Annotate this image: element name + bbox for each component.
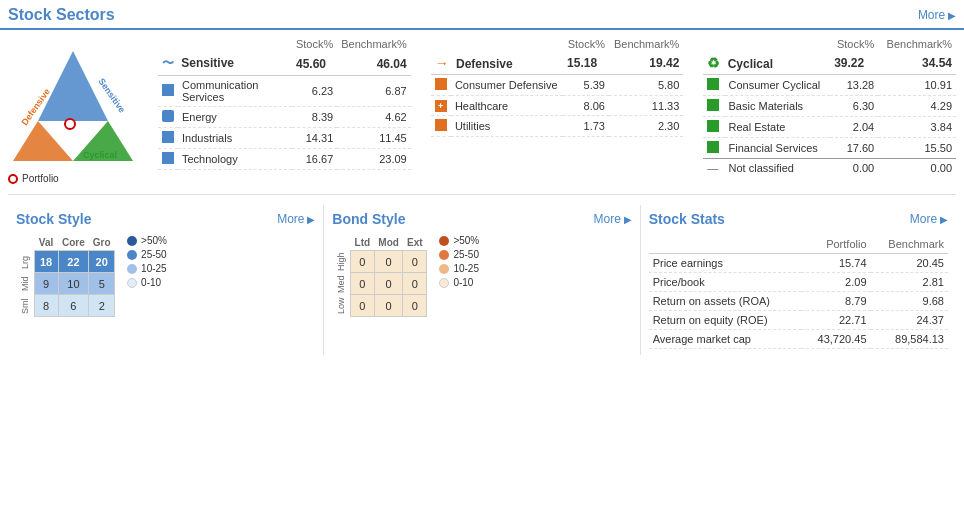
- utilities-icon: [435, 119, 447, 131]
- consumer-def-icon: [435, 78, 447, 90]
- portfolio-dot-icon: [8, 174, 18, 184]
- financial-stock: 17.60: [830, 138, 878, 159]
- legend-label-gt50: >50%: [141, 235, 167, 246]
- style-cell-mid-val: 9: [34, 273, 58, 295]
- bond-style-grid: Ltd Mod Ext High 0 0 0: [332, 235, 427, 317]
- bond-style-more-link[interactable]: More: [594, 212, 632, 226]
- bond-style-title: Bond Style: [332, 211, 405, 227]
- legend-item: 10-25: [439, 263, 479, 274]
- not-classified-stock: 0.00: [830, 159, 878, 178]
- style-col-val: Val: [34, 235, 58, 251]
- pb-benchmark: 2.81: [871, 273, 948, 292]
- bond-legend-dot-light: [439, 264, 449, 274]
- sectors-more-link[interactable]: More: [918, 8, 956, 22]
- comm-stock: 6.23: [292, 76, 337, 107]
- roe-benchmark: 24.37: [871, 311, 948, 330]
- cyclical-header-row: ♻ Cyclical 39.22 34.54: [703, 52, 956, 75]
- table-row: Return on equity (ROE) 22.71 24.37: [649, 311, 948, 330]
- table-row: Lrg 18 22 20: [16, 251, 115, 273]
- bond-cell-m-m: 0: [374, 273, 403, 295]
- table-row: High 0 0 0: [332, 251, 427, 273]
- pb-label: Price/book: [649, 273, 802, 292]
- bond-row-med: Med: [332, 273, 350, 295]
- stock-style-more-link[interactable]: More: [277, 212, 315, 226]
- stats-label-header: [649, 235, 802, 254]
- cyclical-label: Cyclical: [728, 57, 773, 71]
- style-row-sml: Sml: [16, 295, 34, 317]
- defensive-label: Defensive: [456, 57, 513, 71]
- page-header: Stock Sectors More: [0, 0, 964, 30]
- financial-icon: [707, 141, 719, 153]
- not-classified-benchmark: 0.00: [878, 159, 956, 178]
- bond-legend-dot-vlight: [439, 278, 449, 288]
- style-cell-sml-core: 6: [58, 295, 89, 317]
- legend-item: 0-10: [439, 277, 479, 288]
- table-row: Price earnings 15.74 20.45: [649, 254, 948, 273]
- bond-cell-m-e: 0: [403, 273, 427, 295]
- style-row-lrg: Lrg: [16, 251, 34, 273]
- healthcare-icon: +: [435, 100, 447, 112]
- healthcare-benchmark: 11.33: [609, 96, 683, 116]
- stock-stats-more-link[interactable]: More: [910, 212, 948, 226]
- table-row: Financial Services 17.60 15.50: [703, 138, 956, 159]
- svg-marker-0: [38, 51, 108, 121]
- roa-benchmark: 9.68: [871, 292, 948, 311]
- not-classified-row: — Not classified 0.00 0.00: [703, 159, 956, 178]
- defensive-header-row: → Defensive 15.18 19.42: [431, 52, 684, 75]
- legend-label-25-50: 25-50: [141, 249, 167, 260]
- portfolio-text: Portfolio: [22, 173, 59, 184]
- table-row: Price/book 2.09 2.81: [649, 273, 948, 292]
- energy-label: Energy: [178, 107, 292, 128]
- sensitive-header-row: 〜 Sensitive 45.60 46.04: [158, 52, 411, 76]
- legend-dot-dark: [127, 236, 137, 246]
- bond-legend-10-25: 10-25: [453, 263, 479, 274]
- energy-icon: [162, 110, 174, 122]
- bond-cell-l-e: 0: [403, 295, 427, 317]
- stock-stats-section: Stock Stats More Portfolio Benchmark Pri…: [641, 205, 956, 355]
- legend-item: >50%: [127, 235, 167, 246]
- tech-icon: [162, 152, 174, 164]
- pe-label: Price earnings: [649, 254, 802, 273]
- pe-benchmark: 20.45: [871, 254, 948, 273]
- legend-label-10-25: 10-25: [141, 263, 167, 274]
- cyclical-stock-pct: 39.22: [830, 52, 878, 75]
- bond-cell-h-e: 0: [403, 251, 427, 273]
- portfolio-label: Portfolio: [8, 173, 148, 184]
- healthcare-label: Healthcare: [451, 96, 563, 116]
- table-row: Energy 8.39 4.62: [158, 107, 411, 128]
- tech-label: Technology: [178, 149, 292, 170]
- stats-portfolio-header: Portfolio: [801, 235, 870, 254]
- table-row: Industrials 14.31 11.45: [158, 128, 411, 149]
- bond-row-high: High: [332, 251, 350, 273]
- stock-stats-table: Portfolio Benchmark Price earnings 15.74…: [649, 235, 948, 349]
- pe-portfolio: 15.74: [801, 254, 870, 273]
- utilities-benchmark: 2.30: [609, 116, 683, 137]
- bond-style-header: Bond Style More: [332, 211, 631, 227]
- industrials-stock: 14.31: [292, 128, 337, 149]
- stock-stats-title: Stock Stats: [649, 211, 725, 227]
- defensive-benchmark-pct: 19.42: [609, 52, 683, 75]
- bond-style-legend: >50% 25-50 10-25 0-10: [439, 235, 479, 291]
- bond-legend-dot-med: [439, 250, 449, 260]
- stock-stats-header: Stock Stats More: [649, 211, 948, 227]
- mktcap-portfolio: 43,720.45: [801, 330, 870, 349]
- defensive-arrow-icon: →: [435, 55, 449, 71]
- cyclical-benchmark-pct: 34.54: [878, 52, 956, 75]
- roa-portfolio: 8.79: [801, 292, 870, 311]
- roe-label: Return on equity (ROE): [649, 311, 802, 330]
- bond-cell-m-l: 0: [350, 273, 374, 295]
- table-row: Mid 9 10 5: [16, 273, 115, 295]
- comm-services-label: Communication Services: [178, 76, 292, 107]
- legend-dot-vlight: [127, 278, 137, 288]
- real-estate-benchmark: 3.84: [878, 117, 956, 138]
- sensitive-benchmark-header: Benchmark%: [337, 36, 410, 52]
- table-row: Consumer Defensive 5.39 5.80: [431, 75, 684, 96]
- legend-item: 25-50: [439, 249, 479, 260]
- table-row: + Healthcare 8.06 11.33: [431, 96, 684, 116]
- style-cell-lrg-val: 18: [34, 251, 58, 273]
- consumer-def-benchmark: 5.80: [609, 75, 683, 96]
- triangle-svg: Sensitive Defensive Cyclical: [8, 46, 138, 166]
- cyclical-table: Stock% Benchmark% ♻ Cyclical 39.22 34.54: [703, 36, 956, 184]
- tech-stock: 16.67: [292, 149, 337, 170]
- svg-marker-1: [13, 121, 73, 161]
